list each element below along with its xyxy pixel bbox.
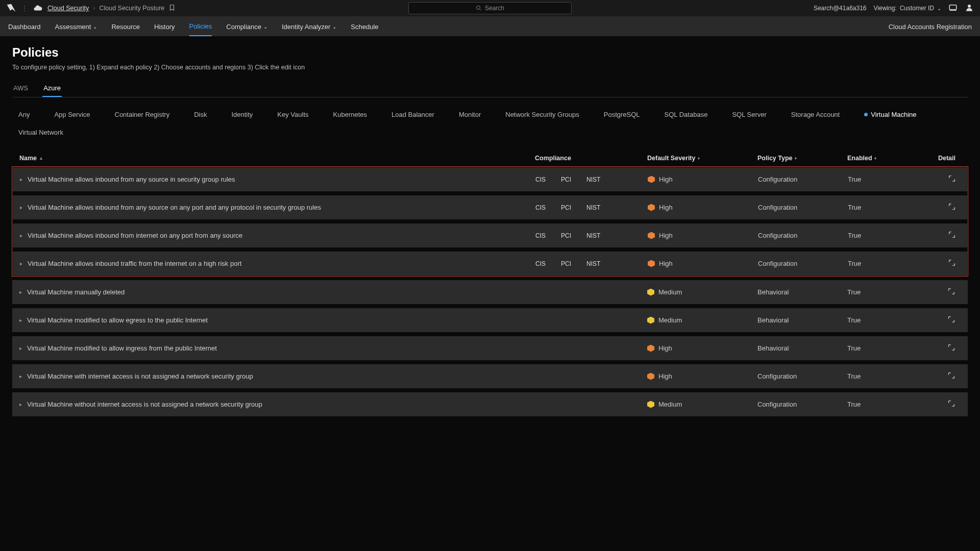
- viewing-value: Customer ID: [900, 5, 934, 12]
- nav-item-identity-analyzer[interactable]: Identity Analyzer⌄: [282, 17, 336, 36]
- compliance-badge: NIST: [586, 260, 600, 267]
- severity-label: Medium: [658, 400, 682, 408]
- col-header-compliance[interactable]: Compliance: [535, 155, 647, 162]
- cell-detail: [925, 259, 956, 268]
- cell-severity: Medium: [647, 316, 757, 324]
- expand-row-icon[interactable]: ▸: [20, 233, 22, 238]
- table-row[interactable]: ▸Virtual Machine modified to allow egres…: [12, 308, 968, 332]
- resource-filter-virtual-machine[interactable]: Virtual Machine: [864, 111, 916, 118]
- detail-expand-button[interactable]: [947, 287, 955, 297]
- resource-filter-disk[interactable]: Disk: [194, 111, 207, 118]
- search-icon: [476, 5, 482, 11]
- resource-filter-any[interactable]: Any: [18, 111, 30, 118]
- cell-detail: [925, 371, 955, 381]
- expand-row-icon[interactable]: ▸: [20, 205, 22, 210]
- table-row[interactable]: ▸Virtual Machine allows inbound traffic …: [13, 252, 967, 276]
- expand-row-icon[interactable]: ▸: [19, 373, 22, 379]
- nav-item-policies[interactable]: Policies: [189, 17, 212, 36]
- detail-expand-button[interactable]: [948, 174, 956, 184]
- cell-name: ▸Virtual Machine without internet access…: [19, 400, 535, 408]
- table-row[interactable]: ▸Virtual Machine manually deletedMediumB…: [12, 280, 968, 304]
- table-row[interactable]: ▸Virtual Machine without internet access…: [12, 392, 968, 416]
- cell-enabled: True: [848, 176, 925, 183]
- resource-filter-key-vaults[interactable]: Key Vaults: [277, 111, 308, 118]
- resource-filter-container-registry[interactable]: Container Registry: [115, 111, 170, 118]
- detail-expand-button[interactable]: [947, 315, 955, 325]
- table-row[interactable]: ▸Virtual Machine modified to allow ingre…: [12, 336, 968, 360]
- detail-expand-button[interactable]: [948, 203, 956, 212]
- breadcrumb-current: Cloud Security Posture: [99, 5, 164, 12]
- provider-tab-azure[interactable]: Azure: [42, 80, 62, 97]
- resource-filter-identity[interactable]: Identity: [231, 111, 253, 118]
- sort-icon: ♦: [795, 156, 797, 161]
- expand-row-icon[interactable]: ▸: [19, 345, 22, 351]
- chevron-down-icon: ⌄: [332, 24, 336, 30]
- resource-filter-postgresql[interactable]: PostgreSQL: [604, 111, 640, 118]
- nav-item-history[interactable]: History: [154, 17, 175, 36]
- breadcrumb-root-link[interactable]: Cloud Security: [47, 5, 89, 12]
- cell-severity: High: [647, 372, 757, 380]
- severity-hex-icon: [648, 204, 655, 211]
- cell-policy-type: Configuration: [758, 232, 848, 239]
- resource-filter-virtual-network[interactable]: Virtual Network: [18, 129, 63, 136]
- detail-expand-button[interactable]: [948, 259, 956, 268]
- expand-row-icon[interactable]: ▸: [19, 402, 22, 407]
- col-header-type[interactable]: Policy Type♦: [757, 155, 847, 162]
- provider-tab-aws[interactable]: AWS: [12, 80, 29, 97]
- global-search-input[interactable]: Search: [408, 2, 572, 14]
- cell-enabled: True: [848, 232, 925, 239]
- cell-detail: [925, 203, 956, 212]
- page-content: Policies To configure policy setting, 1)…: [0, 36, 980, 425]
- table-row[interactable]: ▸Virtual Machine with internet access is…: [12, 364, 968, 388]
- expand-row-icon[interactable]: ▸: [20, 177, 22, 182]
- detail-expand-button[interactable]: [947, 399, 955, 409]
- nav-item-schedule[interactable]: Schedule: [351, 17, 378, 36]
- cell-name: ▸Virtual Machine modified to allow egres…: [19, 316, 535, 324]
- topbar-right: Search@41a6a316 Viewing: Customer ID ⌄: [814, 3, 974, 14]
- resource-filter-sql-server[interactable]: SQL Server: [732, 111, 766, 118]
- nav-cloud-accounts-registration[interactable]: Cloud Accounts Registration: [889, 23, 972, 31]
- resource-filter-app-service[interactable]: App Service: [54, 111, 90, 118]
- table-row[interactable]: ▸Virtual Machine allows inbound from any…: [13, 195, 967, 219]
- expand-row-icon[interactable]: ▸: [19, 317, 22, 323]
- resource-filter-storage-account[interactable]: Storage Account: [791, 111, 840, 118]
- cell-name: ▸Virtual Machine modified to allow ingre…: [19, 344, 535, 352]
- col-header-severity[interactable]: Default Severity♦: [647, 155, 757, 162]
- page-title: Policies: [12, 45, 968, 60]
- falcon-logo-icon[interactable]: [6, 3, 16, 13]
- nav-item-dashboard[interactable]: Dashboard: [8, 17, 41, 36]
- cell-name: ▸Virtual Machine allows inbound traffic …: [20, 260, 535, 267]
- table-row[interactable]: ▸Virtual Machine allows inbound from int…: [13, 223, 967, 247]
- expand-row-icon[interactable]: ▸: [20, 261, 22, 266]
- col-header-enabled[interactable]: Enabled♦: [847, 155, 925, 162]
- topbar: ⋮ Cloud Security › Cloud Security Postur…: [0, 0, 980, 17]
- detail-expand-button[interactable]: [948, 231, 956, 240]
- resource-filter-load-balancer[interactable]: Load Balancer: [391, 111, 434, 118]
- compliance-badge: PCI: [561, 260, 571, 267]
- resource-filter-network-security-groups[interactable]: Network Security Groups: [505, 111, 579, 118]
- detail-expand-button[interactable]: [947, 371, 955, 381]
- user-icon[interactable]: [965, 3, 974, 14]
- severity-label: Medium: [658, 316, 682, 324]
- detail-expand-button[interactable]: [947, 343, 955, 353]
- resource-filter-sql-database[interactable]: SQL Database: [665, 111, 708, 118]
- severity-label: Medium: [658, 288, 682, 296]
- col-header-name[interactable]: Name▲: [19, 155, 535, 162]
- menu-dots-icon[interactable]: ⋮: [21, 5, 28, 12]
- cell-detail: [925, 287, 955, 297]
- table-row[interactable]: ▸Virtual Machine allows inbound from any…: [13, 167, 967, 191]
- nav-item-compliance[interactable]: Compliance⌄: [226, 17, 267, 36]
- nav-item-resource[interactable]: Resource: [111, 17, 140, 36]
- resource-filter-kubernetes[interactable]: Kubernetes: [333, 111, 368, 118]
- nav-item-assessment[interactable]: Assessment⌄: [55, 17, 97, 36]
- resource-filter-monitor[interactable]: Monitor: [459, 111, 481, 118]
- severity-hex-icon: [647, 289, 654, 296]
- cell-enabled: True: [848, 204, 925, 211]
- viewing-label: Viewing:: [874, 5, 897, 12]
- expand-row-icon[interactable]: ▸: [19, 289, 22, 295]
- messages-icon[interactable]: [948, 3, 958, 14]
- bookmark-icon[interactable]: [168, 4, 176, 13]
- cell-policy-type: Configuration: [757, 400, 847, 408]
- policy-name: Virtual Machine allows inbound from inte…: [28, 232, 242, 239]
- viewing-selector[interactable]: Viewing: Customer ID ⌄: [874, 5, 942, 12]
